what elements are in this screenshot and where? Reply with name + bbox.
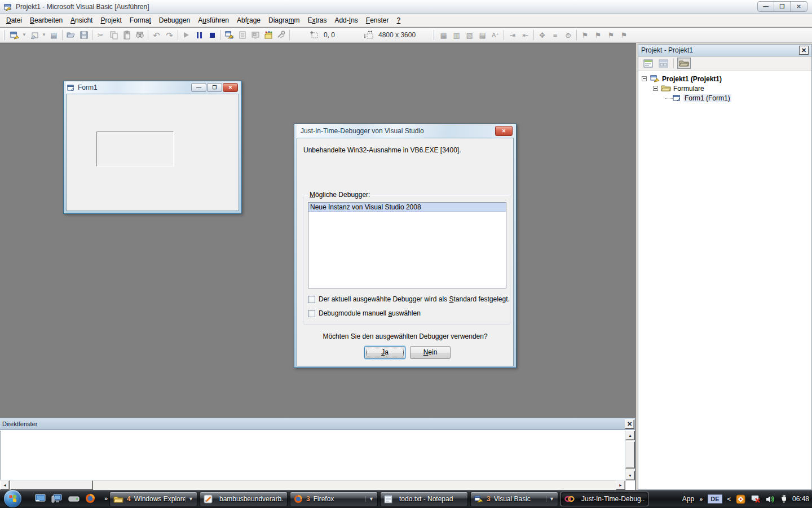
tray-overflow-chevron[interactable]: »: [699, 496, 703, 502]
form-layout-button[interactable]: [249, 29, 262, 41]
app-toolbar-label[interactable]: App: [682, 495, 694, 503]
show-panes-button[interactable]: ▥: [450, 29, 463, 41]
set-default-checkbox-row[interactable]: Der aktuell ausgewählte Debugger wird al…: [308, 295, 510, 303]
collapse-icon[interactable]: [642, 76, 647, 81]
end-button[interactable]: [206, 29, 219, 41]
break-button[interactable]: [193, 29, 206, 41]
power-plug-tray-icon[interactable]: [780, 494, 787, 503]
tree-item-form1[interactable]: Form1 (Form1): [638, 93, 811, 103]
menu-projekt[interactable]: Projekt: [96, 15, 125, 26]
checkbox-icon[interactable]: [308, 310, 315, 317]
taskbar-button-jit-debugger[interactable]: Just-In-Time-Debug...: [561, 492, 648, 506]
pan-button[interactable]: ✥: [536, 29, 549, 41]
immediate-window-content[interactable]: [0, 431, 625, 480]
scroll-right-button[interactable]: ►: [616, 480, 625, 490]
object-browser-button[interactable]: [275, 29, 288, 41]
menu-bearbeiten[interactable]: Bearbeiten: [26, 15, 67, 26]
close-button[interactable]: ✕: [223, 83, 238, 92]
tray-collapse-chevron[interactable]: <: [727, 496, 731, 502]
bookmark-toggle-button[interactable]: ⚑: [579, 29, 592, 41]
jit-dialog-titlebar[interactable]: Just-In-Time-Debugger von Visual Studio …: [297, 124, 514, 138]
paste-button[interactable]: [120, 29, 133, 41]
toolbar-grip[interactable]: [433, 30, 434, 40]
minimize-button[interactable]: —: [758, 2, 774, 11]
start-button[interactable]: [4, 490, 21, 507]
quicklaunch-overflow-chevron[interactable]: »: [104, 495, 108, 502]
add-form-button[interactable]: [8, 29, 21, 41]
jit-debugger-tray-icon[interactable]: [736, 494, 745, 504]
firefox-icon[interactable]: [85, 493, 95, 503]
taskbar-button-notepad[interactable]: todo.txt - Notepad: [380, 492, 468, 506]
project-explorer-button[interactable]: [223, 29, 236, 41]
save-project-button[interactable]: [77, 29, 90, 41]
scroll-left-button[interactable]: ◄: [0, 480, 10, 490]
bookmark-prev-button[interactable]: ⚑: [604, 29, 617, 41]
project-panel-titlebar[interactable]: Projekt - Projekt1 ✕: [638, 45, 811, 56]
collapse-icon[interactable]: [653, 86, 658, 91]
view-code-button[interactable]: [641, 58, 655, 69]
checkbox-icon[interactable]: [308, 296, 315, 303]
toolbar-grip[interactable]: [3, 30, 5, 40]
vertical-scrollbar[interactable]: ▲ ▼: [625, 431, 635, 480]
undo-button[interactable]: ↶: [150, 29, 163, 41]
show-desktop-icon[interactable]: [35, 494, 46, 503]
font-button[interactable]: A⁺: [489, 29, 502, 41]
lines-button[interactable]: ≡: [549, 29, 562, 41]
minimize-button[interactable]: —: [191, 83, 206, 92]
close-button[interactable]: ✕: [791, 2, 807, 11]
close-icon[interactable]: ✕: [799, 46, 809, 55]
form1-canvas[interactable]: [66, 94, 239, 211]
taskbar-clock[interactable]: 06:48: [792, 495, 809, 503]
close-icon[interactable]: ✕: [625, 419, 634, 429]
menu-datei[interactable]: Datei: [2, 15, 26, 26]
tree-item-formulare[interactable]: Formulare: [638, 84, 811, 93]
grid-select-button[interactable]: ▧: [463, 29, 476, 41]
layer-button[interactable]: ▤: [476, 29, 489, 41]
indent-button[interactable]: ⇥: [506, 29, 519, 41]
volume-tray-icon[interactable]: [766, 495, 775, 503]
taskbar-button-bambus-document[interactable]: bambusbeundverarb...: [200, 492, 288, 506]
debugger-list[interactable]: Neue Instanz von Visual Studio 2008: [308, 202, 506, 288]
clear-breakpoints-button[interactable]: ⊜: [562, 29, 575, 41]
form1-titlebar[interactable]: Form1 — ❐ ✕: [66, 81, 239, 94]
add-project-button[interactable]: [28, 29, 41, 41]
menu-diagramm[interactable]: Diagramm: [264, 15, 303, 26]
open-project-button[interactable]: [64, 29, 77, 41]
nein-button[interactable]: Nein: [410, 346, 451, 359]
menu-fenster[interactable]: Fenster: [362, 15, 393, 26]
jit-debugger-dialog[interactable]: Just-In-Time-Debugger von Visual Studio …: [294, 124, 517, 368]
close-button[interactable]: ✕: [495, 126, 513, 136]
add-project-dropdown[interactable]: ▼: [41, 29, 47, 41]
taskbar-button-firefox[interactable]: 3 Firefox ▼: [290, 492, 378, 506]
view-object-button[interactable]: [656, 58, 670, 69]
tree-item-project[interactable]: Projekt1 (Projekt1): [638, 74, 811, 84]
immediate-window-titlebar[interactable]: Direktfenster ✕: [0, 418, 635, 430]
menu-extras[interactable]: Extras: [303, 15, 330, 26]
table-view-button[interactable]: ▦: [437, 29, 450, 41]
properties-window-button[interactable]: [236, 29, 249, 41]
form1-shape-control[interactable]: [96, 132, 174, 167]
redo-button[interactable]: ↷: [163, 29, 176, 41]
external-drive-icon[interactable]: [68, 494, 80, 502]
restore-button[interactable]: ❐: [207, 83, 222, 92]
taskbar-button-windows-explorer[interactable]: 4 Windows Explorer ▼: [109, 492, 197, 506]
group-dropdown-icon[interactable]: ▼: [546, 496, 554, 502]
menu-abfrage[interactable]: Abfrage: [233, 15, 264, 26]
hscroll-thumb[interactable]: [10, 480, 93, 490]
restore-button[interactable]: ❐: [774, 2, 791, 11]
vb-main-titlebar[interactable]: Projekt1 - Microsoft Visual Basic [Ausfü…: [0, 0, 812, 14]
form1-window[interactable]: Form1 — ❐ ✕: [63, 81, 242, 214]
menu-ausfuehren[interactable]: Ausführen: [194, 15, 233, 26]
menu-ansicht[interactable]: Ansicht: [67, 15, 96, 26]
ja-button[interactable]: Ja: [364, 346, 405, 359]
taskbar-button-visual-basic[interactable]: 3 Visual Basic ▼: [470, 492, 558, 506]
menu-debuggen[interactable]: Debuggen: [155, 15, 194, 26]
start-button[interactable]: [180, 29, 193, 41]
menu-hilfe[interactable]: ?: [393, 15, 405, 26]
cut-button[interactable]: ✂: [94, 29, 107, 41]
scroll-down-button[interactable]: ▼: [625, 471, 635, 480]
network-error-tray-icon[interactable]: [751, 494, 761, 503]
group-dropdown-icon[interactable]: ▼: [185, 496, 193, 502]
scroll-up-button[interactable]: ▲: [625, 431, 635, 440]
menu-format[interactable]: Format: [126, 15, 155, 26]
